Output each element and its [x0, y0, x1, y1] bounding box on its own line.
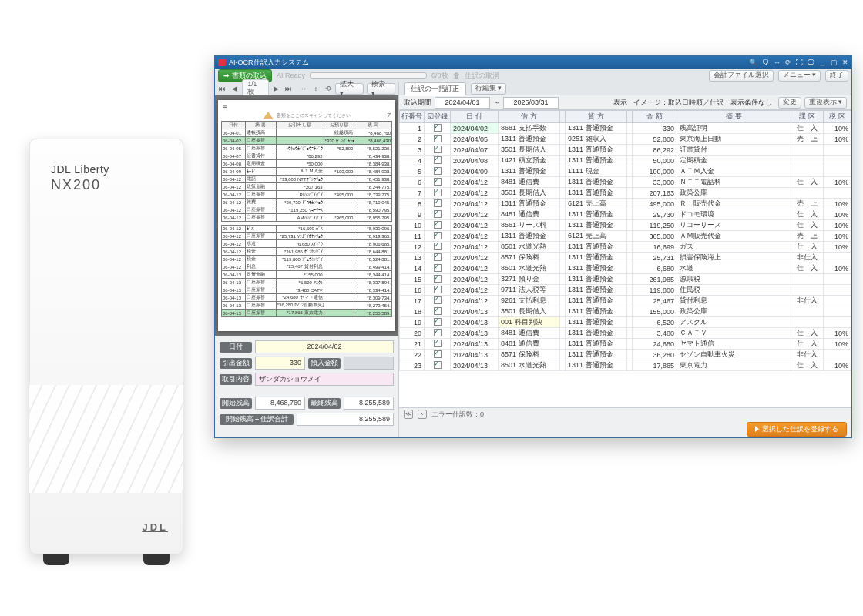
- cell[interactable]: [560, 253, 566, 263]
- cell[interactable]: 源泉税: [677, 274, 791, 285]
- cell[interactable]: [560, 350, 566, 360]
- grid-col[interactable]: 税 区: [824, 111, 851, 123]
- cell[interactable]: 3501 長期借入: [499, 306, 560, 317]
- cell[interactable]: [627, 350, 633, 360]
- cell[interactable]: 1311 普通預金: [566, 296, 627, 306]
- fit-height-icon[interactable]: ↕: [311, 85, 321, 92]
- cell[interactable]: 1311 普通預金: [566, 253, 627, 263]
- checkbox-icon[interactable]: [434, 329, 442, 336]
- cell[interactable]: [627, 209, 633, 220]
- cell[interactable]: 2024/04/13: [451, 306, 499, 317]
- first-page-icon[interactable]: ⏮: [218, 85, 227, 92]
- expand-icon[interactable]: ⛶: [796, 59, 803, 66]
- cell[interactable]: 25,731: [633, 253, 677, 263]
- cell[interactable]: 6,520: [633, 317, 677, 328]
- cell[interactable]: 貸付利息: [677, 296, 791, 306]
- grid-col[interactable]: 金 額: [633, 111, 677, 123]
- cell[interactable]: 1421 積立預金: [499, 156, 560, 166]
- checkbox-icon[interactable]: [434, 210, 442, 218]
- cell[interactable]: 8501 水道光熱: [499, 242, 560, 253]
- cell[interactable]: [560, 220, 566, 231]
- cell[interactable]: 1311 普通預金: [566, 274, 627, 285]
- checkbox-icon[interactable]: [434, 243, 442, 250]
- trash-icon[interactable]: 🗑: [453, 72, 460, 79]
- cell[interactable]: [425, 285, 451, 296]
- cell[interactable]: 33,000: [633, 177, 677, 188]
- maximize-icon[interactable]: ▢: [831, 59, 838, 66]
- minimize-icon[interactable]: ＿: [819, 58, 826, 68]
- checkbox-icon[interactable]: [434, 361, 442, 369]
- table-row[interactable]: 72024/04/123501 長期借入1311 普通預金207,163政策公庫: [400, 188, 851, 199]
- cell[interactable]: [425, 177, 451, 188]
- cell[interactable]: [791, 274, 824, 285]
- checkbox-icon[interactable]: [434, 189, 442, 196]
- cell[interactable]: 001 科目判決: [499, 317, 560, 328]
- exit-button[interactable]: 終了: [825, 70, 848, 82]
- cell[interactable]: 207,163: [633, 188, 677, 199]
- cell[interactable]: [627, 285, 633, 296]
- cell[interactable]: [627, 296, 633, 306]
- cell[interactable]: 50,000: [633, 156, 677, 166]
- grid-col[interactable]: 借 方: [499, 111, 560, 123]
- cell[interactable]: [791, 145, 824, 156]
- cell[interactable]: 2024/04/13: [451, 350, 499, 360]
- cell[interactable]: 1311 普通預金: [566, 350, 627, 360]
- cell[interactable]: [560, 231, 566, 242]
- cell[interactable]: [425, 263, 451, 274]
- checkbox-icon[interactable]: [434, 350, 442, 358]
- desc-field[interactable]: ザンダカショウメイ: [255, 373, 394, 386]
- zoom-dropdown[interactable]: 拡大 ▾: [335, 83, 364, 95]
- cell[interactable]: 3,480: [633, 328, 677, 339]
- cell[interactable]: 売 上: [791, 199, 824, 209]
- cell[interactable]: 仕 入: [791, 242, 824, 253]
- cell[interactable]: 2024/04/12: [451, 220, 499, 231]
- cell[interactable]: ドコモ環境: [677, 209, 791, 220]
- checkbox-icon[interactable]: [434, 318, 442, 326]
- cell[interactable]: 水道: [677, 263, 791, 274]
- refresh-icon[interactable]: ⟳: [785, 59, 791, 66]
- cell[interactable]: 36,280: [633, 350, 677, 360]
- cell[interactable]: [627, 156, 633, 166]
- prev-err-icon[interactable]: ‹: [418, 410, 427, 419]
- cell[interactable]: リコーリース: [677, 220, 791, 231]
- prev-page-icon[interactable]: ◀: [230, 85, 240, 92]
- cell[interactable]: 8481 通信費: [499, 339, 560, 350]
- cell[interactable]: [791, 188, 824, 199]
- cell[interactable]: [425, 209, 451, 220]
- cell[interactable]: [627, 317, 633, 328]
- cell[interactable]: 2024/04/12: [451, 209, 499, 220]
- cell[interactable]: [824, 350, 851, 360]
- cell[interactable]: [425, 274, 451, 285]
- rotate-icon[interactable]: ⟲: [324, 85, 333, 92]
- grid-col[interactable]: 貸 方: [566, 111, 627, 123]
- cell[interactable]: [560, 296, 566, 306]
- grid-col[interactable]: 日 付: [451, 111, 499, 123]
- cell[interactable]: 2024/04/12: [451, 231, 499, 242]
- cell[interactable]: [627, 199, 633, 209]
- cell[interactable]: [425, 339, 451, 350]
- cell[interactable]: ＡＴＭ入金: [677, 166, 791, 177]
- table-row[interactable]: 162024/04/129711 法人税等1311 普通預金119,800住民税: [400, 285, 851, 296]
- table-row[interactable]: 82024/04/121311 普通預金6121 売上高495,000ＲＩ販売代…: [400, 199, 851, 209]
- cell[interactable]: 4: [400, 156, 425, 166]
- cell[interactable]: 1311 普通預金: [566, 156, 627, 166]
- cell[interactable]: 仕 入: [791, 339, 824, 350]
- cell[interactable]: 17: [400, 296, 425, 306]
- cell[interactable]: アスクル: [677, 317, 791, 328]
- cell[interactable]: 10%: [824, 263, 851, 274]
- cell[interactable]: 100,000: [633, 166, 677, 177]
- cell[interactable]: [627, 263, 633, 274]
- cell[interactable]: 2024/04/12: [451, 285, 499, 296]
- cell[interactable]: [425, 328, 451, 339]
- cell[interactable]: [560, 209, 566, 220]
- cell[interactable]: 119,800: [633, 285, 677, 296]
- cell[interactable]: [824, 253, 851, 263]
- date-field[interactable]: 2024/04/02: [255, 340, 394, 353]
- cell[interactable]: 1311 普通預金: [566, 317, 627, 328]
- table-row[interactable]: 42024/04/081421 積立預金1311 普通預金50,000定期積金: [400, 156, 851, 166]
- cell[interactable]: [425, 199, 451, 209]
- cell[interactable]: 10%: [824, 209, 851, 220]
- cell[interactable]: [560, 123, 566, 134]
- cell[interactable]: 2024/04/12: [451, 188, 499, 199]
- file-select-button[interactable]: 会計ファイル選択: [709, 70, 774, 82]
